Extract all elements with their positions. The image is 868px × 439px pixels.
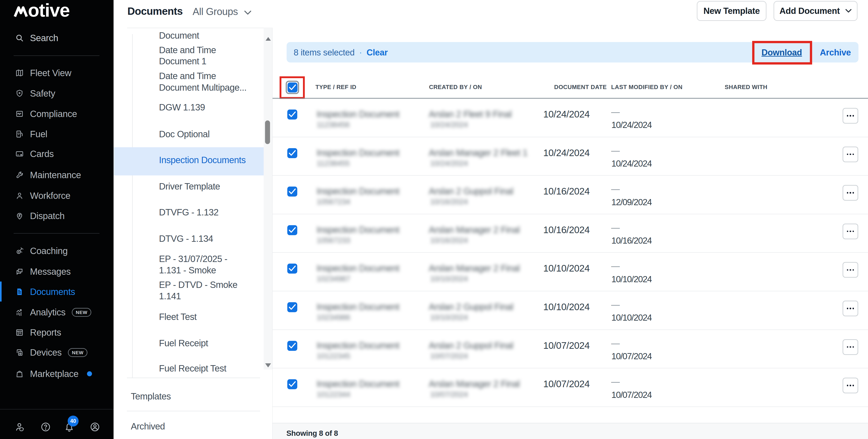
svg-text:otive: otive bbox=[28, 3, 69, 21]
